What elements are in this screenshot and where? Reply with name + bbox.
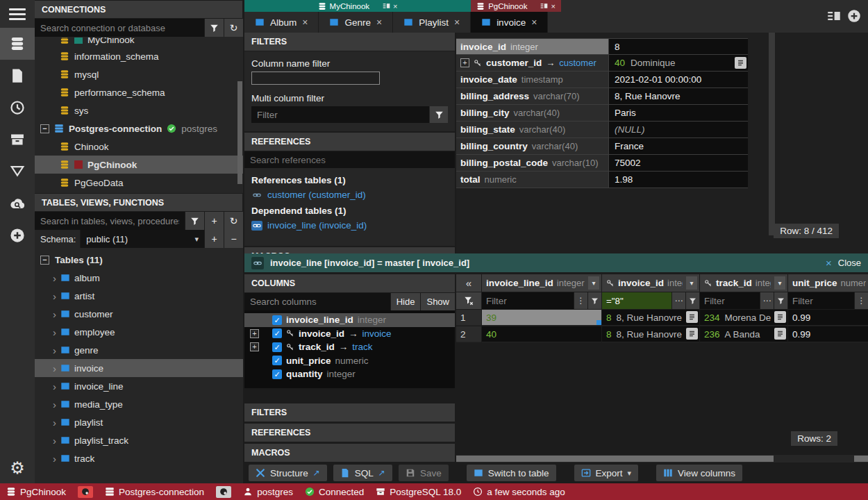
tables-refresh-button[interactable]: ↻ (224, 212, 243, 230)
schema-remove-button[interactable]: − (224, 230, 243, 248)
table-item-track[interactable]: ›track (35, 449, 243, 467)
checkbox-checked[interactable]: ✓ (272, 342, 282, 352)
grid-column-invoice-line-id[interactable]: invoice_line_idinteger▾ (482, 274, 601, 292)
filters-header[interactable]: FILTERS (244, 403, 455, 422)
sidebar-item-archive[interactable] (0, 124, 35, 156)
table-item-playlist[interactable]: ›playlist (35, 413, 243, 431)
form-row[interactable]: billing_countryvarchar(40) France (456, 138, 748, 155)
db-item-pggeodata[interactable]: PgGeoData (35, 174, 243, 192)
field-name-cell[interactable]: + customer_id → customer (456, 55, 609, 71)
fk-table-link[interactable]: invoice (362, 328, 392, 339)
fk-table-link[interactable]: track (352, 342, 372, 352)
sidebar-item-query-designer[interactable] (0, 156, 35, 188)
column-item-invoice-id[interactable]: + ✓ invoice_id → invoice (244, 327, 455, 341)
tab-group-header-mychinook[interactable]: MyChinook × (244, 0, 471, 12)
table-item-media-type[interactable]: ›media_type (35, 395, 243, 413)
form-row[interactable]: billing_statevarchar(40) (NULL) (456, 122, 748, 138)
checkbox-checked[interactable]: ✓ (272, 315, 282, 325)
sidebar-item-database[interactable] (0, 28, 35, 60)
field-name-cell[interactable]: billing_postal_codevarchar(10) (456, 155, 609, 171)
filter-input-unit-price[interactable] (788, 292, 854, 309)
column-item-unit-price[interactable]: ✓ unit_price numeric (244, 354, 455, 368)
grid-column-track-id[interactable]: track_idinteger▾ (700, 274, 787, 292)
field-value-cell[interactable]: 8 (609, 39, 748, 54)
cell-track-id[interactable]: 234Morena De (700, 310, 787, 326)
filter-input-invoice-id[interactable] (602, 292, 671, 309)
multi-column-filter-button[interactable] (430, 106, 448, 123)
form-row[interactable]: billing_cityvarchar(40) Paris (456, 105, 748, 122)
filter-input-track-id[interactable] (700, 292, 760, 309)
references-search-input[interactable] (244, 151, 455, 168)
form-scrollbar[interactable] (769, 33, 775, 235)
new-tab-icon[interactable] (847, 9, 861, 23)
field-value-cell[interactable]: France (609, 138, 748, 154)
db-item-sys[interactable]: sys (35, 101, 243, 119)
cell-track-id[interactable]: 236A Banda (700, 326, 787, 342)
open-document-button[interactable] (735, 57, 746, 69)
form-row[interactable]: invoice_idinteger 8 (456, 38, 748, 55)
split-icon[interactable] (540, 2, 548, 10)
field-name-cell[interactable]: billing_countryvarchar(40) (456, 138, 609, 154)
field-value-cell[interactable]: 2021-02-01 00:00:00 (609, 72, 748, 88)
form-row[interactable]: totalnumeric 1.98 (456, 172, 748, 188)
expand-box[interactable]: + (460, 58, 469, 67)
column-item-track-id[interactable]: + ✓ track_id → track (244, 340, 455, 354)
checkbox-checked[interactable]: ✓ (272, 328, 282, 338)
connections-panel-header[interactable]: CONNECTIONS (35, 0, 243, 19)
close-button[interactable]: Close (838, 258, 861, 268)
table-item-artist[interactable]: ›artist (35, 287, 243, 305)
sidebar-item-history[interactable] (0, 92, 35, 124)
db-item-pgchinook[interactable]: PgChinook (35, 156, 243, 174)
cell-invoice-line-id[interactable]: 39 (482, 310, 601, 326)
table-item-invoice[interactable]: ›invoice (35, 359, 243, 377)
column-item-quantity[interactable]: ✓ quantity integer (244, 367, 455, 381)
export-button[interactable]: Export▾ (574, 465, 639, 481)
tree-group-tables[interactable]: − Tables (11) (35, 251, 243, 269)
structure-button[interactable]: Structure↗ (249, 465, 327, 481)
columns-header[interactable]: COLUMNS (244, 274, 455, 293)
field-name-cell[interactable]: invoice_idinteger (456, 39, 609, 54)
status-connection[interactable]: Postgres-connection (105, 487, 204, 497)
field-value-cell[interactable]: 1.98 (609, 172, 748, 188)
hide-button[interactable]: Hide (391, 293, 421, 310)
form-row[interactable]: billing_postal_codevarchar(10) 75002 (456, 155, 748, 172)
close-icon[interactable]: × (826, 257, 832, 269)
settings-button[interactable]: ⚙ (0, 453, 35, 483)
tab-genre[interactable]: Genre× (319, 12, 393, 33)
grid-column-invoice-id[interactable]: invoice_idinteger▾ (602, 274, 699, 292)
open-document-button[interactable] (686, 328, 698, 340)
reference-link-customer[interactable]: customer (customer_id) (251, 190, 448, 200)
cell-invoice-id[interactable]: 88, Rue Hanovre (602, 310, 699, 326)
db-item-performance-schema[interactable]: performance_schema (35, 83, 243, 101)
scrollbar-corner[interactable] (854, 456, 868, 462)
expand-box[interactable]: + (250, 342, 259, 351)
table-item-genre[interactable]: ›genre (35, 341, 243, 359)
tables-panel-header[interactable]: TABLES, VIEWS, FUNCTIONS (35, 193, 243, 212)
save-button[interactable]: Save (399, 465, 449, 481)
show-button[interactable]: Show (421, 293, 455, 310)
switch-to-table-button[interactable]: Switch to table (467, 465, 556, 481)
references-header[interactable]: REFERENCES (244, 133, 455, 151)
selection-handle[interactable] (596, 320, 601, 325)
fk-table-link[interactable]: customer (559, 58, 596, 68)
column-item-invoice-line-id[interactable]: ✓ invoice_line_id integer (244, 313, 455, 327)
collapse-box[interactable]: − (40, 256, 49, 265)
open-document-button[interactable] (774, 328, 786, 340)
cell-invoice-id[interactable]: 88, Rue Hanovre (602, 326, 699, 342)
columns-search-input[interactable] (244, 293, 390, 310)
field-value-cell[interactable]: Paris (609, 105, 748, 121)
table-item-album[interactable]: ›album (35, 269, 243, 287)
menu-button[interactable] (0, 0, 35, 28)
connection-item-mychinook-db[interactable]: MyChinook (35, 38, 135, 47)
close-icon[interactable]: × (376, 17, 382, 28)
cell-unit-price[interactable]: 0.99 (788, 310, 868, 326)
open-document-button[interactable] (686, 311, 698, 323)
db-item-mysql[interactable]: mysql (35, 65, 243, 83)
column-menu-button[interactable]: ▾ (686, 276, 697, 290)
split-view-icon[interactable] (827, 9, 841, 23)
tables-search-input[interactable] (35, 212, 185, 230)
grid-column-unit-price[interactable]: unit_pricenumeric (788, 274, 868, 292)
connection-color-button[interactable] (216, 486, 231, 498)
tables-add-button[interactable]: + (205, 212, 224, 230)
tables-filter-button[interactable] (185, 212, 204, 230)
